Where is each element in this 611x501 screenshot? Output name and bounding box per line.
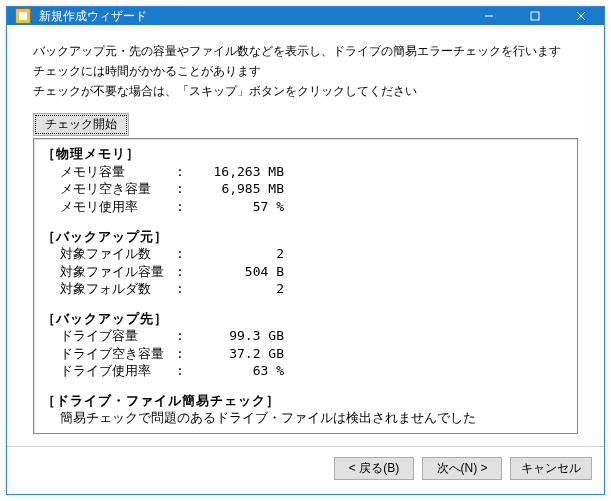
description: バックアップ元・先の容量やファイル数などを表示し、ドライブの簡易エラーチェックを… [33,43,578,103]
window-buttons [466,7,604,25]
dest-row-2: ドライブ使用率:63 % [42,362,569,380]
next-button[interactable]: 次へ(N) > [422,457,502,480]
section-dest-label: ［バックアップ先］ [42,310,569,328]
report-box: ［物理メモリ］ メモリ容量:16,263 MB メモリ空き容量:6,985 MB… [33,138,578,434]
wizard-nav-bar: < 戻る(B) 次へ(N) > キャンセル [7,446,604,494]
dest-row-1: ドライブ空き容量:37.2 GB [42,345,569,363]
wizard-window: 新規作成ウィザード バックアップ元・先の容量やファイル数などを表示し、ドライブの… [6,6,605,495]
minimize-button[interactable] [466,7,512,25]
memory-row-2: メモリ使用率:57 % [42,198,569,216]
section-source-label: ［バックアップ元］ [42,228,569,246]
source-row-0: 対象ファイル数:2 [42,245,569,263]
memory-row-0: メモリ容量:16,263 MB [42,163,569,181]
source-row-2: 対象フォルダ数:2 [42,280,569,298]
close-button[interactable] [558,7,604,25]
description-line-1: バックアップ元・先の容量やファイル数などを表示し、ドライブの簡易エラーチェックを… [33,43,578,60]
maximize-button[interactable] [512,7,558,25]
check-start-button[interactable]: チェック開始 [33,113,129,136]
svg-rect-1 [531,12,539,20]
memory-row-1: メモリ空き容量:6,985 MB [42,180,569,198]
cancel-button[interactable]: キャンセル [510,457,592,480]
description-line-2: チェックには時間がかかることがあります [33,63,578,80]
section-memory-label: ［物理メモリ］ [42,145,569,163]
app-icon [15,8,31,24]
source-row-1: 対象ファイル容量:504 B [42,263,569,281]
back-button[interactable]: < 戻る(B) [334,457,414,480]
dest-row-0: ドライブ容量:99.3 GB [42,327,569,345]
window-title: 新規作成ウィザード [39,8,466,25]
check-result-message: 簡易チェックで問題のあるドライブ・ファイルは検出されませんでした [42,409,569,427]
titlebar: 新規作成ウィザード [7,7,604,25]
description-line-3: チェックが不要な場合は、「スキップ」ボタンをクリックしてください [33,83,578,100]
content-area: バックアップ元・先の容量やファイル数などを表示し、ドライブの簡易エラーチェックを… [7,25,604,446]
section-check-label: ［ドライブ・ファイル簡易チェック］ [42,392,569,410]
